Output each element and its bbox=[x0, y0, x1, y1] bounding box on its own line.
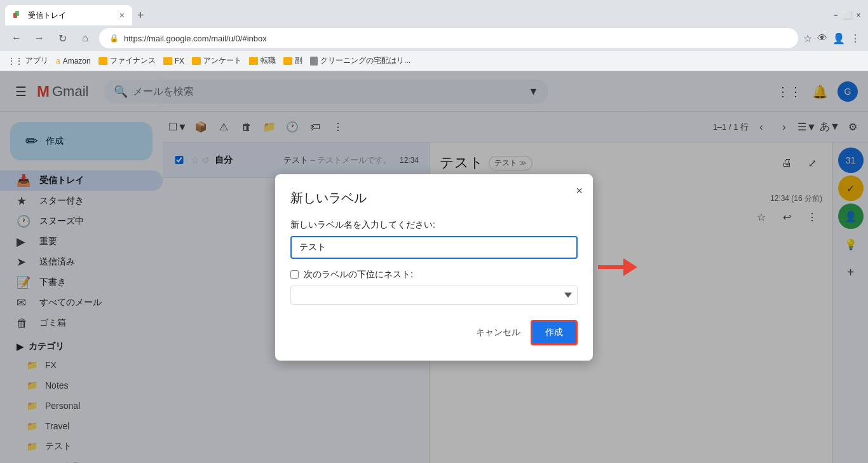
bookmark-survey[interactable]: アンケート bbox=[192, 55, 241, 66]
forward-button[interactable]: → bbox=[31, 29, 48, 47]
arrow-head bbox=[623, 258, 637, 276]
svg-rect-1 bbox=[15, 11, 19, 16]
modal-cancel-button[interactable]: キャンセル bbox=[476, 327, 520, 338]
tab-title: 受信トレイ bbox=[28, 10, 114, 21]
reload-button[interactable]: ↻ bbox=[53, 29, 71, 47]
modal-label-prompt: 新しいラベル名を入力してください: bbox=[290, 219, 578, 231]
modal-title: 新しいラベル bbox=[290, 190, 578, 207]
nest-label-checkbox[interactable] bbox=[290, 270, 299, 279]
minimize-button[interactable]: − bbox=[831, 11, 840, 20]
nest-label-text: 次のラベルの下位にネスト: bbox=[304, 269, 413, 280]
profile-icon[interactable]: 👤 bbox=[832, 32, 845, 45]
bookmark-finance[interactable]: ファイナンス bbox=[98, 55, 156, 66]
parent-label-select[interactable] bbox=[290, 286, 578, 305]
bookmark-fx[interactable]: FX bbox=[163, 57, 184, 66]
extensions-icon[interactable]: ⋮ bbox=[850, 32, 860, 45]
bookmark-apps[interactable]: ⋮⋮ アプリ bbox=[8, 55, 48, 66]
reader-mode-icon[interactable]: 👁 bbox=[817, 32, 827, 44]
url-bar[interactable]: 🔒 https://mail.google.com/mail/u/0/#inbo… bbox=[99, 28, 798, 48]
bookmark-star-icon[interactable]: ☆ bbox=[803, 32, 812, 45]
maximize-button[interactable]: ⬜ bbox=[843, 11, 851, 20]
close-window-button[interactable]: × bbox=[854, 11, 863, 20]
bookmarks-bar: ⋮⋮ アプリ a Amazon ファイナンス FX アンケート 転職 副 bbox=[0, 51, 868, 71]
bookmark-sub[interactable]: 副 bbox=[283, 55, 302, 66]
home-button[interactable]: ⌂ bbox=[76, 29, 94, 47]
modal-overlay: × 新しいラベル 新しいラベル名を入力してください: 次のラベルの下位にネスト:… bbox=[0, 71, 868, 463]
new-tab-button[interactable]: + bbox=[137, 9, 144, 22]
modal-close-button[interactable]: × bbox=[576, 184, 583, 198]
modal-create-button[interactable]: 作成 bbox=[531, 320, 578, 345]
lock-icon: 🔒 bbox=[109, 34, 119, 43]
new-label-modal: × 新しいラベル 新しいラベル名を入力してください: 次のラベルの下位にネスト:… bbox=[275, 174, 593, 361]
bookmark-amazon[interactable]: a Amazon bbox=[56, 57, 91, 66]
bookmark-job[interactable]: 転職 bbox=[249, 55, 276, 66]
tab-close-button[interactable]: × bbox=[119, 10, 125, 20]
arrow-line bbox=[598, 265, 623, 269]
modal-label-input[interactable] bbox=[290, 236, 578, 259]
back-button[interactable]: ← bbox=[8, 29, 25, 47]
active-tab[interactable]: 受信トレイ × bbox=[5, 5, 132, 25]
bookmark-cleaning[interactable]: クリーニングの宅配はリ... bbox=[310, 55, 410, 66]
tab-favicon bbox=[13, 10, 23, 20]
url-text: https://mail.google.com/mail/u/0/#inbox bbox=[124, 34, 267, 43]
arrow-indicator bbox=[598, 258, 637, 276]
